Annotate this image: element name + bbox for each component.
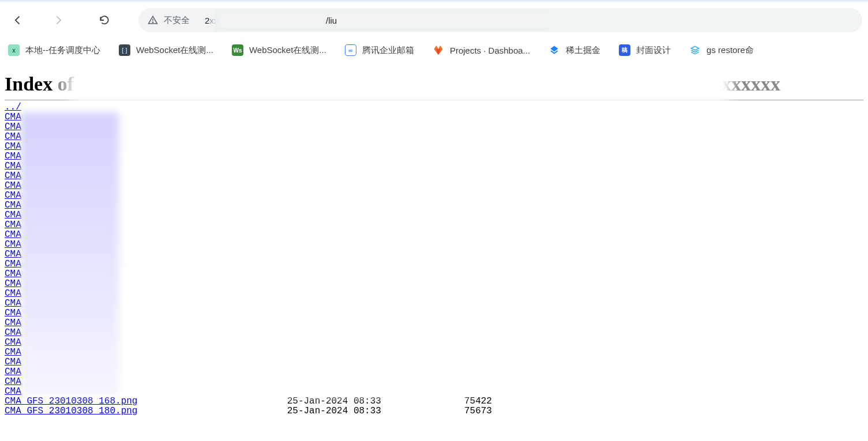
file-link[interactable]: CMA: [5, 278, 21, 289]
address-bar[interactable]: 不安全 2 xxxxxxxxxxxxxxxxxxxxxxxxxxxxxxxxxx…: [138, 8, 862, 32]
bookmark-item[interactable]: 稀土掘金: [548, 44, 600, 56]
file-link[interactable]: CMA: [5, 161, 21, 171]
bookmark-label: Projects · Dashboa...: [450, 46, 530, 55]
url-text-suffix: /liu: [326, 16, 337, 25]
file-link[interactable]: CMA: [5, 288, 21, 299]
file-link[interactable]: CMA: [5, 337, 21, 348]
stack-icon: [689, 44, 701, 56]
blur-overlay: [21, 112, 119, 397]
file-link[interactable]: CMA: [5, 200, 21, 210]
file-link[interactable]: CMA: [5, 210, 21, 220]
bookmark-favicon-icon: ∞: [345, 44, 356, 56]
parent-dir-link[interactable]: ../: [5, 102, 21, 112]
forward-button[interactable]: [46, 8, 70, 32]
arrow-right-icon: [52, 14, 64, 26]
file-link[interactable]: CMA: [5, 112, 21, 122]
bookmark-favicon-icon: 稿: [619, 44, 630, 56]
file-link[interactable]: CMA: [5, 229, 21, 240]
bookmarks-bar: x 本地--任务调度中心 [ ] WebSocket在线测... Ws WebS…: [0, 37, 868, 63]
file-link[interactable]: CMA: [5, 259, 21, 269]
file-link[interactable]: CMA: [5, 180, 21, 191]
file-link[interactable]: CMA: [5, 357, 21, 367]
file-link[interactable]: CMA: [5, 376, 21, 387]
page-title: Index of /xxxxxxxxxxxxxxxxxxxxxxxxxxxxxx…: [5, 73, 863, 95]
bookmark-label: 稀土掘金: [566, 45, 600, 56]
file-link[interactable]: CMA: [5, 220, 21, 230]
reload-icon: [99, 14, 110, 26]
title-blur-overlay: [68, 70, 731, 104]
file-link[interactable]: CMA: [5, 122, 21, 132]
blur-overlay: [328, 112, 472, 397]
file-link[interactable]: CMA: [5, 131, 21, 142]
bookmark-item[interactable]: ∞ 腾讯企业邮箱: [345, 44, 414, 56]
bookmark-item[interactable]: 稿 封面设计: [619, 44, 671, 56]
bookmark-label: 腾讯企业邮箱: [362, 45, 414, 56]
page-content: Index of /xxxxxxxxxxxxxxxxxxxxxxxxxxxxxx…: [0, 63, 868, 416]
url-text-prefix: 2: [205, 16, 209, 25]
bookmark-label: gs restore命: [707, 45, 754, 56]
file-link[interactable]: CMA: [5, 327, 21, 338]
not-secure-icon: [148, 15, 158, 25]
file-link[interactable]: CMA: [5, 347, 21, 357]
bookmark-item[interactable]: [ ] WebSocket在线测...: [119, 44, 213, 56]
not-secure-label: 不安全: [164, 15, 190, 26]
svg-point-1: [152, 22, 153, 22]
file-link[interactable]: CMA: [5, 318, 21, 328]
file-link[interactable]: CMA: [5, 171, 21, 181]
file-link[interactable]: CMA: [5, 239, 21, 250]
directory-listing: ../ CMA CMA CMA CMA CMA CMA CMA CMA CMA …: [5, 103, 863, 416]
file-link[interactable]: CMA: [5, 249, 21, 259]
juejin-icon: [548, 44, 560, 56]
file-link[interactable]: CMA: [5, 141, 21, 152]
bookmark-label: WebSocket在线测...: [249, 45, 326, 56]
url-blur-overlay: [215, 10, 855, 31]
bookmark-item[interactable]: x 本地--任务调度中心: [8, 44, 100, 56]
file-link[interactable]: CMA: [5, 298, 21, 308]
bookmark-item[interactable]: gs restore命: [689, 44, 754, 56]
file-link[interactable]: CMA: [5, 367, 21, 377]
bookmark-label: WebSocket在线测...: [136, 45, 213, 56]
reload-button[interactable]: [92, 8, 117, 32]
bookmark-item[interactable]: Ws WebSocket在线测...: [232, 44, 326, 56]
bookmark-label: 封面设计: [636, 45, 671, 56]
browser-toolbar: 不安全 2 xxxxxxxxxxxxxxxxxxxxxxxxxxxxxxxxxx…: [0, 3, 868, 37]
file-link[interactable]: CMA GFS 23010308 180.png: [5, 406, 137, 416]
arrow-left-icon: [12, 14, 24, 26]
file-link[interactable]: CMA GFS 23010308 168.png: [5, 396, 137, 406]
file-link[interactable]: CMA: [5, 269, 21, 279]
bookmark-item[interactable]: Projects · Dashboa...: [433, 44, 530, 56]
gitlab-icon: [433, 44, 444, 56]
file-link[interactable]: CMA: [5, 308, 21, 318]
back-button[interactable]: [6, 8, 30, 32]
blur-overlay: [241, 112, 328, 397]
bookmark-label: 本地--任务调度中心: [25, 45, 100, 56]
bookmark-favicon-icon: [ ]: [119, 44, 130, 56]
file-link[interactable]: CMA: [5, 190, 21, 201]
file-link[interactable]: CMA: [5, 386, 21, 397]
file-link[interactable]: CMA: [5, 151, 21, 161]
bookmark-favicon-icon: x: [8, 44, 20, 56]
bookmark-favicon-icon: Ws: [232, 44, 243, 56]
